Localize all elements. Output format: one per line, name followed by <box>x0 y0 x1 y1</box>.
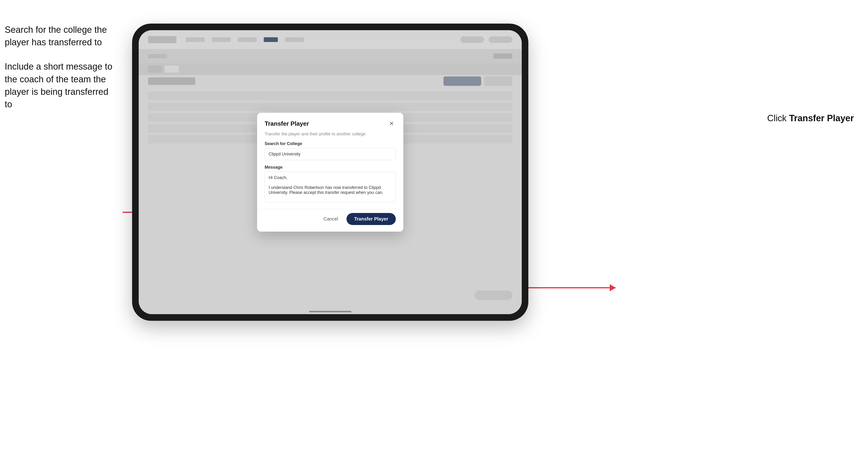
annotation-right-bold: Transfer Player <box>789 113 854 123</box>
modal-header: Transfer Player ✕ <box>257 113 403 132</box>
modal-body: Transfer the player and their profile to… <box>257 132 403 209</box>
message-textarea[interactable] <box>265 172 396 203</box>
ipad-device: Transfer Player ✕ Transfer the player an… <box>132 24 528 321</box>
cancel-button[interactable]: Cancel <box>319 214 343 224</box>
modal-close-button[interactable]: ✕ <box>387 119 396 128</box>
modal-title: Transfer Player <box>265 120 309 127</box>
ipad-screen: Transfer Player ✕ Transfer the player an… <box>139 30 522 314</box>
annotation-right-text: Click <box>767 113 789 123</box>
message-label: Message <box>265 165 396 170</box>
transfer-player-modal: Transfer Player ✕ Transfer the player an… <box>257 113 403 231</box>
annotation-left-1: Search for the college the player has tr… <box>5 24 118 49</box>
annotation-left: Search for the college the player has tr… <box>5 24 118 122</box>
svg-marker-3 <box>610 284 616 291</box>
annotation-right: Click Transfer Player <box>767 113 854 123</box>
modal-subtitle: Transfer the player and their profile to… <box>265 132 396 136</box>
search-college-label: Search for College <box>265 141 396 146</box>
modal-footer: Cancel Transfer Player <box>257 209 403 231</box>
ipad-home-indicator <box>309 311 351 312</box>
transfer-player-button[interactable]: Transfer Player <box>346 213 396 225</box>
modal-overlay: Transfer Player ✕ Transfer the player an… <box>139 30 522 314</box>
annotation-left-2: Include a short message to the coach of … <box>5 60 118 111</box>
search-college-input[interactable] <box>265 148 396 160</box>
